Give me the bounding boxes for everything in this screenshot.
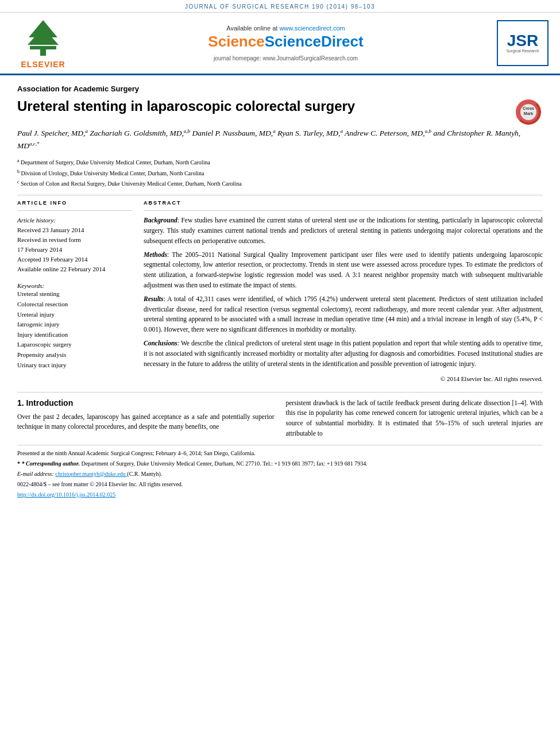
presented-note: Presented at the ninth Annual Academic S… bbox=[17, 449, 543, 458]
email-note: E-mail address: christopher.mantyh@duke.… bbox=[17, 470, 543, 479]
intro-title: 1. Introduction bbox=[17, 398, 275, 407]
divider-abstract bbox=[144, 210, 543, 211]
article-title: Ureteral stenting in laparoscopic colore… bbox=[17, 98, 508, 115]
intro-text-col1: Over the past 2 decades, laparoscopy has… bbox=[17, 412, 275, 433]
received-revised-date: 17 February 2014 bbox=[17, 245, 132, 255]
keyword-6: Laparoscopic surgery bbox=[17, 340, 132, 350]
abstract-conclusions: Conclusions: We describe the clinical pr… bbox=[144, 339, 543, 369]
jsr-abbr: JSR bbox=[507, 33, 538, 49]
email-link[interactable]: christopher.mantyh@duke.edu bbox=[55, 471, 127, 477]
corresponding-note: * * Corresponding author. Department of … bbox=[17, 459, 543, 468]
affiliation-a: a Department of Surgery, Duke University… bbox=[17, 157, 543, 167]
corresponding-text: Department of Surgery, Duke University M… bbox=[81, 460, 367, 467]
affiliation-c: c Section of Colon and Rectal Surgery, D… bbox=[17, 179, 543, 188]
svg-text:Mark: Mark bbox=[524, 111, 533, 116]
article-history: Article history: Received 23 January 201… bbox=[17, 216, 132, 274]
corresponding-label: * Corresponding author. bbox=[22, 460, 80, 467]
keyword-4: Iatrogenic injury bbox=[17, 320, 132, 330]
journal-bar-text: JOURNAL OF SURGICAL RESEARCH 190 (2014) … bbox=[185, 3, 375, 10]
email-label: E-mail address: bbox=[17, 471, 54, 477]
article-info-abstract: ARTICLE INFO Article history: Received 2… bbox=[17, 200, 543, 383]
authors-block: Paul J. Speicher, MD,a Zachariah G. Gold… bbox=[17, 126, 543, 152]
introduction-section: 1. Introduction Over the past 2 decades,… bbox=[17, 392, 543, 439]
corresponding-asterisk: * bbox=[17, 460, 22, 467]
copyright-line: © 2014 Elsevier Inc. All rights reserved… bbox=[144, 374, 543, 384]
doi-link[interactable]: http://dx.doi.org/10.1016/j.jss.2014.02.… bbox=[17, 491, 115, 498]
abstract-header: ABSTRACT bbox=[144, 200, 543, 206]
abstract-methods: Methods: The 2005–2011 National Surgical… bbox=[144, 250, 543, 291]
authors-text: Paul J. Speicher, MD,a Zachariah G. Gold… bbox=[17, 129, 520, 150]
abstract-background: Background: Few studies have examined th… bbox=[144, 216, 543, 246]
jsr-box: JSR Surgical Research bbox=[497, 20, 549, 66]
methods-text: The 2005–2011 National Surgical Quality … bbox=[144, 251, 543, 289]
email-suffix: (C.R. Mantyh). bbox=[127, 471, 162, 477]
history-label: Article history: bbox=[17, 216, 132, 225]
background-text: Few studies have examined the current st… bbox=[144, 217, 543, 244]
journal-homepage-line: journal homepage: www.JournalofSurgicalR… bbox=[214, 55, 358, 61]
keywords-list: Ureteral stenting Colorectal resection U… bbox=[17, 289, 132, 370]
abstract-text: Background: Few studies have examined th… bbox=[144, 216, 543, 383]
keyword-1: Ureteral stenting bbox=[17, 289, 132, 299]
footer-notes: Presented at the ninth Annual Academic S… bbox=[17, 445, 543, 499]
accepted-date: Accepted 19 February 2014 bbox=[17, 255, 132, 264]
keyword-3: Ureteral injury bbox=[17, 310, 132, 320]
sciencedirect-logo: ScienceScienceDirect bbox=[208, 33, 363, 51]
keywords-label: Keywords: bbox=[17, 282, 132, 289]
intro-col-right: persistent drawback is the lack of tacti… bbox=[286, 398, 543, 439]
crossmark-icon: Cross Mark bbox=[516, 99, 541, 125]
crossmark-badge: Cross Mark bbox=[514, 98, 543, 126]
association-label: Association for Academic Surgery bbox=[17, 84, 543, 93]
article-info-col: ARTICLE INFO Article history: Received 2… bbox=[17, 200, 132, 383]
divider-article-info bbox=[17, 210, 132, 211]
elsevier-logo-area: ELSEVIER bbox=[6, 17, 80, 69]
conclusions-label: Conclusions bbox=[144, 340, 177, 347]
background-label: Background bbox=[144, 217, 177, 224]
doi-note: http://dx.doi.org/10.1016/j.jss.2014.02.… bbox=[17, 490, 543, 499]
journal-bar: JOURNAL OF SURGICAL RESEARCH 190 (2014) … bbox=[0, 0, 560, 13]
abstract-results: Results: A total of 42,311 cases were id… bbox=[144, 294, 543, 335]
conclusions-text: We describe the clinical predictors of u… bbox=[144, 340, 543, 367]
results-text: A total of 42,311 cases were identified,… bbox=[144, 295, 543, 333]
issn-note: 0022-4804/$ – see front matter © 2014 El… bbox=[17, 480, 543, 489]
affiliations-block: a Department of Surgery, Duke University… bbox=[17, 157, 543, 188]
title-row: Ureteral stenting in laparoscopic colore… bbox=[17, 98, 543, 126]
available-online: Available online 22 February 2014 bbox=[17, 264, 132, 274]
methods-label: Methods bbox=[144, 251, 167, 258]
svg-rect-0 bbox=[40, 49, 46, 56]
keyword-5: Injury identification bbox=[17, 330, 132, 340]
affiliation-b: b Division of Urology, Duke University M… bbox=[17, 168, 543, 178]
received-date: Received 23 January 2014 bbox=[17, 225, 132, 235]
results-label: Results bbox=[144, 295, 164, 302]
divider-1 bbox=[17, 195, 543, 195]
keyword-7: Propensity analysis bbox=[17, 350, 132, 360]
svg-text:Cross: Cross bbox=[523, 106, 534, 110]
header-area: ELSEVIER Available online at www.science… bbox=[0, 13, 560, 75]
abstract-col: ABSTRACT Background: Few studies have ex… bbox=[144, 200, 543, 383]
intro-col-left: 1. Introduction Over the past 2 decades,… bbox=[17, 398, 275, 439]
received-revised-label: Received in revised form bbox=[17, 235, 132, 245]
jsr-logo-area: JSR Surgical Research bbox=[491, 17, 554, 69]
elsevier-tree-icon bbox=[17, 17, 69, 57]
header-center: Available online at www.sciencedirect.co… bbox=[86, 17, 485, 69]
elsevier-label: ELSEVIER bbox=[21, 60, 65, 69]
intro-text-col2: persistent drawback is the lack of tacti… bbox=[286, 398, 543, 439]
keyword-8: Urinary tract injury bbox=[17, 360, 132, 371]
svg-rect-3 bbox=[30, 46, 56, 49]
sciencedirect-url[interactable]: www.sciencedirect.com bbox=[279, 25, 345, 32]
article-info-header: ARTICLE INFO bbox=[17, 200, 132, 206]
main-content: Association for Academic Surgery Uretera… bbox=[0, 75, 560, 506]
keyword-2: Colorectal resection bbox=[17, 299, 132, 310]
jsr-full-name: Surgical Research bbox=[506, 49, 539, 53]
keywords-block: Keywords: Ureteral stenting Colorectal r… bbox=[17, 282, 132, 370]
available-online-text: Available online at www.sciencedirect.co… bbox=[226, 25, 345, 32]
intro-cols: 1. Introduction Over the past 2 decades,… bbox=[17, 398, 543, 439]
